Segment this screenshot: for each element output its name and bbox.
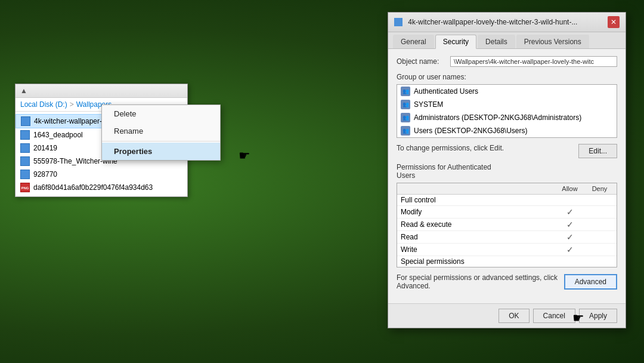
perm-name: Full control — [401, 196, 553, 204]
tab-security[interactable]: Security — [435, 35, 476, 49]
file-name: 4k-witcher-wallpaper- — [34, 117, 102, 125]
dialog-close-button[interactable]: ✕ — [608, 16, 620, 28]
explorer-header-text: ▲ — [20, 87, 27, 95]
group-icon — [401, 126, 410, 136]
breadcrumb-separator: > — [70, 100, 74, 109]
apply-button[interactable]: Apply — [579, 309, 617, 323]
cancel-button[interactable]: Cancel — [533, 309, 575, 323]
perm-name: Write — [401, 245, 553, 254]
permissions-header: Allow Deny — [397, 183, 617, 195]
object-name-label: Object name: — [397, 57, 450, 66]
file-icon — [20, 130, 30, 140]
perm-name: Read & execute — [401, 220, 553, 229]
group-icon — [401, 113, 410, 122]
perm-name: Read — [401, 233, 553, 241]
dialog-title-area: 4k-witcher-wallpaper-lovely-the-witcher-… — [394, 18, 577, 27]
perm-row-read[interactable]: Read ✓ — [397, 231, 617, 244]
breadcrumb-disk[interactable]: Local Disk (D:) — [20, 100, 67, 109]
context-menu-properties[interactable]: Properties — [102, 143, 220, 160]
perm-allow-check: ✓ — [553, 245, 586, 254]
perm-allow-check: ✓ — [553, 220, 586, 229]
group-authenticated-users[interactable]: Authenticated Users — [397, 85, 617, 98]
advanced-row: For special permissions or advanced sett… — [397, 273, 617, 290]
perm-col-name — [401, 185, 553, 192]
tab-previous-versions[interactable]: Previous Versions — [516, 35, 589, 48]
file-item[interactable]: 928770 — [16, 168, 187, 181]
permissions-label-line2: Users — [397, 171, 415, 180]
file-name: 201419 — [33, 144, 57, 152]
group-box: Authenticated Users SYSTEM Administrator… — [397, 84, 617, 138]
permissions-label: Permissions for Authenticated Users — [397, 163, 617, 180]
group-name: Authenticated Users — [414, 87, 478, 96]
group-label: Group or user names: — [397, 73, 617, 81]
dialog-title: 4k-witcher-wallpaper-lovely-the-witcher-… — [408, 18, 577, 26]
tab-general[interactable]: General — [393, 35, 434, 48]
group-administrators[interactable]: Administrators (DESKTOP-2NKGJ68\Administ… — [397, 111, 617, 124]
dialog-titlebar: 4k-witcher-wallpaper-lovely-the-witcher-… — [388, 13, 626, 32]
permissions-table: Allow Deny Full control Modify ✓ Read & … — [397, 183, 617, 267]
file-icon-png: PNG — [20, 183, 30, 192]
perm-col-allow: Allow — [553, 185, 586, 192]
perm-row-write[interactable]: Write ✓ — [397, 244, 617, 256]
edit-button[interactable]: Edit... — [578, 144, 617, 158]
change-permissions-text: To change permissions, click Edit. — [397, 144, 578, 158]
context-menu: Delete Rename Properties — [101, 104, 221, 161]
edit-button-row: To change permissions, click Edit. Edit.… — [397, 144, 617, 158]
perm-name: Modify — [401, 208, 553, 216]
file-name: da6f80d41a6af0b229f0476f4a934d63 — [33, 183, 153, 192]
file-icon — [20, 143, 30, 153]
ok-button[interactable]: OK — [499, 309, 529, 323]
properties-dialog: 4k-witcher-wallpaper-lovely-the-witcher-… — [388, 12, 626, 328]
dialog-footer: OK Cancel Apply — [388, 303, 626, 328]
dialog-content: Object name: \Wallpapers\4k-witcher-wall… — [388, 49, 626, 303]
perm-allow-check: ✓ — [553, 232, 586, 242]
file-name: 1643_deadpool — [33, 131, 83, 139]
perm-row-modify[interactable]: Modify ✓ — [397, 206, 617, 219]
permissions-label-line1: Permissions for Authenticated — [397, 163, 491, 171]
file-name: 928770 — [33, 170, 57, 179]
file-icon — [20, 170, 30, 179]
dialog-tabs: General Security Details Previous Versio… — [388, 32, 626, 49]
file-item[interactable]: PNG da6f80d41a6af0b229f0476f4a934d63 — [16, 181, 187, 194]
advanced-button[interactable]: Advanced — [564, 274, 617, 290]
dialog-title-icon — [394, 18, 402, 26]
group-name: Administrators (DESKTOP-2NKGJ68\Administ… — [414, 113, 581, 122]
perm-name: Special permissions — [401, 257, 553, 266]
group-system[interactable]: SYSTEM — [397, 98, 617, 111]
perm-col-deny: Deny — [586, 185, 613, 192]
file-explorer-header: ▲ — [16, 84, 187, 98]
group-icon — [401, 87, 410, 96]
perm-row-special[interactable]: Special permissions — [397, 256, 617, 267]
group-name: Users (DESKTOP-2NKGJ68\Users) — [414, 127, 527, 135]
context-menu-rename[interactable]: Rename — [102, 122, 220, 140]
cursor-properties: ☛ — [239, 148, 250, 164]
file-icon — [20, 156, 30, 166]
group-users[interactable]: Users (DESKTOP-2NKGJ68\Users) — [397, 124, 617, 137]
advanced-text: For special permissions or advanced sett… — [397, 273, 558, 290]
context-menu-delete[interactable]: Delete — [102, 105, 220, 122]
context-menu-separator — [102, 141, 220, 141]
perm-allow-check: ✓ — [553, 207, 586, 217]
perm-row-read-execute[interactable]: Read & execute ✓ — [397, 219, 617, 231]
group-name: SYSTEM — [414, 100, 443, 109]
tab-details[interactable]: Details — [478, 35, 515, 48]
object-name-value: \Wallpapers\4k-witcher-wallpaper-lovely-… — [450, 56, 617, 67]
object-name-row: Object name: \Wallpapers\4k-witcher-wall… — [397, 56, 617, 67]
perm-row-full-control[interactable]: Full control — [397, 195, 617, 206]
group-icon — [401, 100, 410, 109]
file-icon — [21, 116, 30, 126]
